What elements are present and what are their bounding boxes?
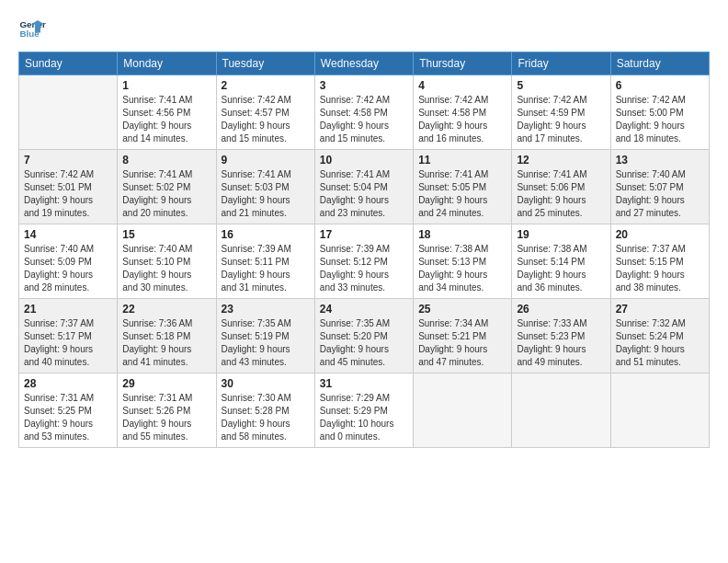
day-info: Sunrise: 7:42 AMSunset: 4:58 PMDaylight:… xyxy=(320,94,408,145)
weekday-saturday: Saturday xyxy=(610,52,709,75)
day-info: Sunrise: 7:40 AMSunset: 5:07 PMDaylight:… xyxy=(616,168,704,220)
calendar-cell: 15Sunrise: 7:40 AMSunset: 5:10 PMDayligh… xyxy=(118,224,216,299)
day-info: Sunrise: 7:41 AMSunset: 5:03 PMDaylight:… xyxy=(222,168,310,220)
day-number: 11 xyxy=(418,154,506,167)
day-number: 27 xyxy=(616,303,704,316)
calendar-cell: 19Sunrise: 7:38 AMSunset: 5:14 PMDayligh… xyxy=(512,224,610,299)
calendar-cell: 18Sunrise: 7:38 AMSunset: 5:13 PMDayligh… xyxy=(414,224,512,299)
calendar-cell: 12Sunrise: 7:41 AMSunset: 5:06 PMDayligh… xyxy=(512,150,610,224)
day-number: 21 xyxy=(24,303,112,316)
calendar-cell: 28Sunrise: 7:31 AMSunset: 5:25 PMDayligh… xyxy=(19,373,118,448)
calendar-week-5: 28Sunrise: 7:31 AMSunset: 5:25 PMDayligh… xyxy=(19,373,710,448)
calendar-cell: 6Sunrise: 7:42 AMSunset: 5:00 PMDaylight… xyxy=(610,75,709,150)
calendar-cell: 11Sunrise: 7:41 AMSunset: 5:05 PMDayligh… xyxy=(414,150,512,224)
calendar-cell: 17Sunrise: 7:39 AMSunset: 5:12 PMDayligh… xyxy=(314,224,413,299)
calendar-cell: 29Sunrise: 7:31 AMSunset: 5:26 PMDayligh… xyxy=(118,373,216,448)
day-info: Sunrise: 7:35 AMSunset: 5:19 PMDaylight:… xyxy=(222,317,310,369)
day-info: Sunrise: 7:40 AMSunset: 5:10 PMDaylight:… xyxy=(122,243,210,294)
day-info: Sunrise: 7:33 AMSunset: 5:23 PMDaylight:… xyxy=(517,317,605,369)
day-info: Sunrise: 7:35 AMSunset: 5:20 PMDaylight:… xyxy=(320,317,408,369)
day-info: Sunrise: 7:42 AMSunset: 4:57 PMDaylight:… xyxy=(222,94,310,145)
calendar-cell: 13Sunrise: 7:40 AMSunset: 5:07 PMDayligh… xyxy=(610,150,709,224)
day-number: 4 xyxy=(418,79,506,92)
calendar-cell: 16Sunrise: 7:39 AMSunset: 5:11 PMDayligh… xyxy=(216,224,314,299)
day-number: 22 xyxy=(122,303,210,316)
weekday-thursday: Thursday xyxy=(414,52,512,75)
day-number: 26 xyxy=(517,303,605,316)
day-number: 10 xyxy=(320,154,408,167)
day-info: Sunrise: 7:42 AMSunset: 5:01 PMDaylight:… xyxy=(24,168,112,220)
weekday-wednesday: Wednesday xyxy=(314,52,413,75)
calendar-cell: 22Sunrise: 7:36 AMSunset: 5:18 PMDayligh… xyxy=(118,299,216,373)
calendar-cell: 5Sunrise: 7:42 AMSunset: 4:59 PMDaylight… xyxy=(512,75,610,150)
day-number: 20 xyxy=(616,228,704,241)
calendar-cell: 30Sunrise: 7:30 AMSunset: 5:28 PMDayligh… xyxy=(216,373,314,448)
day-info: Sunrise: 7:41 AMSunset: 5:05 PMDaylight:… xyxy=(418,168,506,220)
calendar-cell: 31Sunrise: 7:29 AMSunset: 5:29 PMDayligh… xyxy=(314,373,413,448)
calendar-table: SundayMondayTuesdayWednesdayThursdayFrid… xyxy=(18,52,710,448)
day-number: 30 xyxy=(222,377,310,390)
calendar-cell xyxy=(610,373,709,448)
calendar-week-4: 21Sunrise: 7:37 AMSunset: 5:17 PMDayligh… xyxy=(19,299,710,373)
calendar-cell: 4Sunrise: 7:42 AMSunset: 4:58 PMDaylight… xyxy=(414,75,512,150)
day-info: Sunrise: 7:37 AMSunset: 5:15 PMDaylight:… xyxy=(616,243,704,294)
day-info: Sunrise: 7:41 AMSunset: 5:04 PMDaylight:… xyxy=(320,168,408,220)
calendar-cell: 27Sunrise: 7:32 AMSunset: 5:24 PMDayligh… xyxy=(610,299,709,373)
day-info: Sunrise: 7:36 AMSunset: 5:18 PMDaylight:… xyxy=(122,317,210,369)
calendar-cell: 3Sunrise: 7:42 AMSunset: 4:58 PMDaylight… xyxy=(314,75,413,150)
day-number: 19 xyxy=(517,228,605,241)
day-number: 14 xyxy=(24,228,112,241)
calendar-cell xyxy=(512,373,610,448)
day-info: Sunrise: 7:37 AMSunset: 5:17 PMDaylight:… xyxy=(24,317,112,369)
day-number: 9 xyxy=(222,154,310,167)
calendar-cell: 20Sunrise: 7:37 AMSunset: 5:15 PMDayligh… xyxy=(610,224,709,299)
calendar-cell: 25Sunrise: 7:34 AMSunset: 5:21 PMDayligh… xyxy=(414,299,512,373)
calendar-cell: 24Sunrise: 7:35 AMSunset: 5:20 PMDayligh… xyxy=(314,299,413,373)
weekday-monday: Monday xyxy=(118,52,216,75)
day-info: Sunrise: 7:39 AMSunset: 5:11 PMDaylight:… xyxy=(222,243,310,294)
day-info: Sunrise: 7:42 AMSunset: 5:00 PMDaylight:… xyxy=(616,94,704,145)
weekday-friday: Friday xyxy=(512,52,610,75)
day-number: 13 xyxy=(616,154,704,167)
calendar-cell xyxy=(414,373,512,448)
day-info: Sunrise: 7:42 AMSunset: 4:59 PMDaylight:… xyxy=(517,94,605,145)
day-number: 2 xyxy=(222,79,310,92)
day-number: 17 xyxy=(320,228,408,241)
day-number: 28 xyxy=(24,377,112,390)
calendar-week-2: 7Sunrise: 7:42 AMSunset: 5:01 PMDaylight… xyxy=(19,150,710,224)
calendar-cell xyxy=(19,75,118,150)
day-number: 7 xyxy=(24,154,112,167)
calendar-cell: 9Sunrise: 7:41 AMSunset: 5:03 PMDaylight… xyxy=(216,150,314,224)
day-number: 25 xyxy=(418,303,506,316)
calendar-cell: 23Sunrise: 7:35 AMSunset: 5:19 PMDayligh… xyxy=(216,299,314,373)
calendar-cell: 10Sunrise: 7:41 AMSunset: 5:04 PMDayligh… xyxy=(314,150,413,224)
weekday-header-row: SundayMondayTuesdayWednesdayThursdayFrid… xyxy=(19,52,710,75)
day-info: Sunrise: 7:41 AMSunset: 5:02 PMDaylight:… xyxy=(122,168,210,220)
day-info: Sunrise: 7:42 AMSunset: 4:58 PMDaylight:… xyxy=(418,94,506,145)
calendar-week-3: 14Sunrise: 7:40 AMSunset: 5:09 PMDayligh… xyxy=(19,224,710,299)
day-info: Sunrise: 7:34 AMSunset: 5:21 PMDaylight:… xyxy=(418,317,506,369)
calendar-week-1: 1Sunrise: 7:41 AMSunset: 4:56 PMDaylight… xyxy=(19,75,710,150)
logo-icon: General Blue xyxy=(18,15,46,42)
day-info: Sunrise: 7:41 AMSunset: 5:06 PMDaylight:… xyxy=(517,168,605,220)
calendar-cell: 8Sunrise: 7:41 AMSunset: 5:02 PMDaylight… xyxy=(118,150,216,224)
calendar-cell: 26Sunrise: 7:33 AMSunset: 5:23 PMDayligh… xyxy=(512,299,610,373)
day-number: 8 xyxy=(122,154,210,167)
calendar-cell: 1Sunrise: 7:41 AMSunset: 4:56 PMDaylight… xyxy=(118,75,216,150)
day-info: Sunrise: 7:29 AMSunset: 5:29 PMDaylight:… xyxy=(320,392,408,443)
day-number: 24 xyxy=(320,303,408,316)
page: General Blue SundayMondayTuesdayWednesda… xyxy=(0,0,728,457)
day-info: Sunrise: 7:41 AMSunset: 4:56 PMDaylight:… xyxy=(122,94,210,145)
day-info: Sunrise: 7:31 AMSunset: 5:25 PMDaylight:… xyxy=(24,392,112,443)
weekday-tuesday: Tuesday xyxy=(216,52,314,75)
day-info: Sunrise: 7:31 AMSunset: 5:26 PMDaylight:… xyxy=(122,392,210,443)
day-number: 1 xyxy=(122,79,210,92)
calendar-cell: 21Sunrise: 7:37 AMSunset: 5:17 PMDayligh… xyxy=(19,299,118,373)
calendar-cell: 7Sunrise: 7:42 AMSunset: 5:01 PMDaylight… xyxy=(19,150,118,224)
day-info: Sunrise: 7:40 AMSunset: 5:09 PMDaylight:… xyxy=(24,243,112,294)
calendar-cell: 2Sunrise: 7:42 AMSunset: 4:57 PMDaylight… xyxy=(216,75,314,150)
day-number: 3 xyxy=(320,79,408,92)
day-info: Sunrise: 7:38 AMSunset: 5:14 PMDaylight:… xyxy=(517,243,605,294)
day-number: 5 xyxy=(517,79,605,92)
day-info: Sunrise: 7:30 AMSunset: 5:28 PMDaylight:… xyxy=(222,392,310,443)
